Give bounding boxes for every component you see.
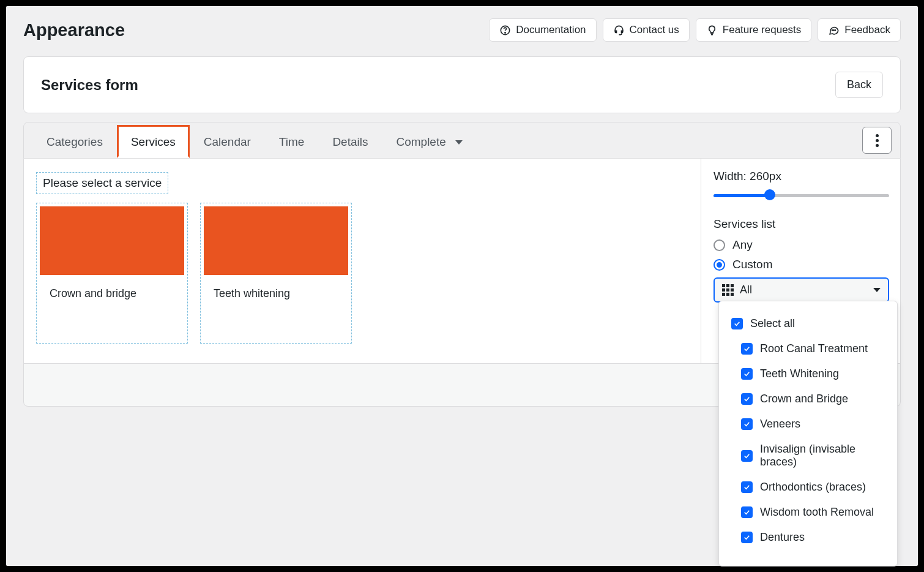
radio-custom[interactable]: Custom [713, 258, 889, 271]
page-title: Appearance [23, 20, 125, 40]
feature-requests-button[interactable]: Feature requests [696, 18, 812, 42]
services-dropdown: Select all Root Canal Treatment Teeth Wh… [718, 301, 898, 566]
header: Appearance Documentation Contact us Feat… [23, 18, 901, 42]
option-label: Orthodontics (braces) [760, 481, 866, 494]
service-cards: Crown and bridge Teeth whitening [36, 203, 688, 344]
option-label: Crown and Bridge [760, 393, 848, 405]
option-wisdom-tooth[interactable]: Wisdom tooth Removal [729, 500, 887, 525]
option-root-canal[interactable]: Root Canal Treatment [729, 336, 887, 361]
checkbox-checked-icon [741, 393, 753, 405]
tabs-panel: Categories Services Calendar Time Detail… [23, 122, 901, 159]
slider-fill [713, 194, 770, 197]
option-orthodontics[interactable]: Orthodontics (braces) [729, 475, 887, 500]
content-row: Please select a service Crown and bridge… [23, 159, 901, 364]
tab-time[interactable]: Time [265, 125, 319, 156]
slider-thumb[interactable] [764, 189, 775, 200]
select-value: All [740, 284, 752, 296]
checkbox-checked-icon [741, 481, 753, 493]
card-label: Crown and bridge [40, 275, 184, 312]
tabs-row: Categories Services Calendar Time Detail… [24, 122, 900, 158]
lightbulb-icon [706, 24, 718, 36]
kebab-icon [876, 134, 879, 147]
radio-any-label: Any [732, 238, 753, 252]
headset-icon [613, 24, 625, 36]
option-label: Wisdom tooth Removal [760, 506, 874, 519]
documentation-button[interactable]: Documentation [489, 18, 596, 42]
option-label: Invisalign (invisable braces) [760, 443, 885, 469]
width-slider[interactable] [713, 189, 889, 201]
card-image [204, 206, 348, 275]
contact-button[interactable]: Contact us [603, 18, 690, 42]
svg-point-3 [833, 29, 834, 30]
svg-point-2 [832, 29, 833, 30]
option-label: Teeth Whitening [760, 367, 839, 380]
back-button[interactable]: Back [835, 72, 883, 98]
radio-icon [713, 239, 725, 251]
radio-icon [713, 259, 725, 271]
panel-title: Services form [41, 77, 138, 94]
option-label: Root Canal Treatment [760, 342, 868, 355]
preview-canvas: Please select a service Crown and bridge… [24, 159, 701, 363]
caret-down-icon [873, 288, 881, 292]
service-card-crown[interactable]: Crown and bridge [36, 203, 188, 344]
services-list-label: Services list [713, 217, 889, 231]
settings-sidebar: Width: 260px Services list Any Custom Al… [701, 159, 900, 363]
tab-complete-label: Complete [396, 135, 445, 148]
checkbox-checked-icon [741, 368, 753, 380]
checkbox-checked-icon [731, 318, 743, 329]
checkbox-checked-icon [741, 418, 753, 430]
feedback-label: Feedback [844, 24, 890, 36]
select-all-label: Select all [750, 317, 795, 330]
option-label: Dentures [760, 531, 805, 544]
checkbox-checked-icon [741, 450, 753, 462]
option-teeth-whitening[interactable]: Teeth Whitening [729, 361, 887, 386]
checkbox-checked-icon [741, 532, 753, 543]
option-veneers[interactable]: Veneers [729, 412, 887, 437]
option-crown-bridge[interactable]: Crown and Bridge [729, 386, 887, 412]
feedback-button[interactable]: Feedback [818, 18, 901, 42]
width-label: Width: 260px [713, 170, 889, 183]
tab-categories[interactable]: Categories [32, 125, 117, 156]
app-frame: Appearance Documentation Contact us Feat… [6, 6, 918, 566]
tab-details[interactable]: Details [318, 125, 382, 156]
header-buttons: Documentation Contact us Feature request… [489, 18, 901, 42]
service-card-whitening[interactable]: Teeth whitening [200, 203, 352, 344]
option-select-all[interactable]: Select all [729, 311, 887, 336]
card-image [40, 206, 184, 275]
tab-complete[interactable]: Complete [382, 125, 477, 156]
contact-label: Contact us [630, 24, 679, 36]
option-invisalign[interactable]: Invisalign (invisable braces) [729, 437, 887, 475]
grid-icon [722, 284, 734, 296]
option-dentures[interactable]: Dentures [729, 525, 887, 550]
svg-point-4 [835, 29, 836, 30]
checkbox-checked-icon [741, 343, 753, 355]
card-label: Teeth whitening [204, 275, 348, 312]
title-panel: Services form Back [23, 56, 901, 113]
documentation-label: Documentation [516, 24, 586, 36]
svg-point-1 [505, 32, 505, 32]
services-select[interactable]: All [713, 277, 889, 303]
chevron-down-icon [455, 140, 463, 145]
radio-custom-label: Custom [732, 258, 772, 271]
checkbox-checked-icon [741, 506, 753, 518]
comment-icon [828, 24, 840, 36]
more-options-button[interactable] [862, 127, 892, 154]
service-prompt[interactable]: Please select a service [36, 172, 168, 194]
radio-any[interactable]: Any [713, 238, 889, 252]
tab-calendar[interactable]: Calendar [190, 125, 265, 156]
help-icon [499, 24, 511, 36]
feature-requests-label: Feature requests [723, 24, 802, 36]
tab-services[interactable]: Services [117, 125, 190, 158]
option-label: Veneers [760, 418, 800, 431]
